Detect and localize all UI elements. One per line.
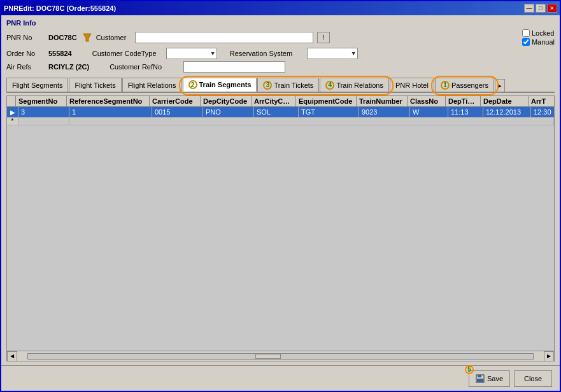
tab-flight-tickets[interactable]: Flight Tickets [69,78,121,92]
pnr-info-section: PNR Info PNR No DOC78C Customer ! [6,19,555,73]
titlebar-buttons: — □ ✕ [524,4,557,13]
cell-ref-segment-no: 1 [69,107,152,117]
close-label: Close [524,375,542,382]
tab-badge-passengers: 1 [441,81,450,90]
customer-code-type-label: Customer CodeType [92,50,162,57]
col-header-arr-city-code: ArrCityCode [252,96,296,106]
cell-arr-city-code: SOL [254,107,299,117]
svg-marker-0 [83,34,91,41]
cell-carrier-code: 0015 [152,107,203,117]
tabs-container: Flight Segments Flight Tickets Flight Re… [6,78,555,93]
manual-checkbox[interactable] [522,38,530,46]
content-area: PNR Info PNR No DOC78C Customer ! [1,15,560,365]
new-row-cell2 [69,118,554,125]
save-button[interactable]: Save [469,370,510,387]
tab-label-flight-segments: Flight Segments [12,81,62,89]
cell-equipment-code: TGT [299,107,359,117]
reservation-system-dropdown[interactable] [307,48,358,59]
customer-ref-no-label: Customer RefNo [110,63,180,71]
close-window-button[interactable]: ✕ [547,4,557,13]
locked-label: Locked [532,29,554,37]
col-header-class-no: ClassNo [408,96,446,106]
col-header-segment-no: SegmentNo [16,96,67,106]
air-refs-value: RCIYLZ (2C) [48,63,89,71]
scrollbar-track[interactable] [27,353,534,360]
customer-ref-no-input[interactable] [183,61,285,73]
tab-badge-train-relations: 4 [325,81,334,90]
tab-flight-segments[interactable]: Flight Segments [6,78,68,92]
save-badge: 5 [465,365,474,374]
order-no-value: 555824 [48,50,72,57]
grid-body[interactable]: ▶ 3 1 0015 PNO SOL TGT 9023 W 11:13 12.1… [7,107,554,351]
form-row-2: Order No 555824 Customer CodeType ▼ Rese… [6,48,555,59]
scroll-right-button[interactable]: ▶ [544,351,554,361]
tab-label-pnr-hotel: PNR Hotel [395,81,429,89]
tab-passengers[interactable]: 1 Passengers [435,78,494,92]
titlebar: PNREdit: DOC78C (Order:555824) — □ ✕ [1,1,560,15]
tab-label-train-tickets: Train Tickets [274,81,313,89]
minimize-button[interactable]: — [524,4,534,13]
save-label: Save [487,375,503,382]
reservation-system-dropdown-wrap: ▼ [307,48,358,59]
tab-train-relations[interactable]: 4 Train Relations [320,78,389,92]
tab-train-tickets[interactable]: 3 Train Tickets [257,78,319,92]
col-header-arr-t: ArrT [529,96,555,106]
locked-row: Locked [522,29,554,37]
cell-dep-city-code: PNO [203,107,254,117]
customer-code-type-dropdown[interactable] [166,48,217,59]
new-row-indicator: * [7,118,18,125]
order-no-label: Order No [6,50,45,57]
customer-label: Customer [96,34,131,41]
grid-header: SegmentNo ReferenceSegmentNo CarrierCode… [7,96,554,107]
main-window: PNREdit: DOC78C (Order:555824) — □ ✕ PNR… [0,0,561,392]
cell-class-no: W [410,107,448,117]
tab-flight-relations[interactable]: Flight Relations [122,78,182,92]
window-title: PNREdit: DOC78C (Order:555824) [4,4,116,12]
new-row[interactable]: * [7,118,554,125]
col-header-dep-time: DepTime [446,96,481,106]
funnel-icon [82,32,92,43]
col-header-train-number: TrainNumber [357,96,408,106]
scroll-left-button[interactable]: ◀ [7,351,17,361]
cell-arr-t: 12:30 [531,107,554,117]
bottom-bar: 5 Save Close [1,365,560,391]
tab-pnr-hotel[interactable]: PNR Hotel [390,78,434,92]
cell-segment-no: 3 [18,107,69,117]
table-row[interactable]: ▶ 3 1 0015 PNO SOL TGT 9023 W 11:13 12.1… [7,107,554,118]
customer-code-type-dropdown-wrap: ▼ [166,48,217,59]
save-icon [476,374,485,383]
tab-badge-train-segments: 2 [188,80,197,89]
maximize-button[interactable]: □ [536,4,546,13]
exclaim-button[interactable]: ! [317,32,330,43]
svg-rect-3 [477,379,483,382]
close-button[interactable]: Close [514,370,552,387]
tab-badge-train-tickets: 3 [263,81,272,90]
air-refs-label: Air Refs [6,63,45,71]
tab-train-segments[interactable]: 2 Train Segments [183,78,257,92]
row-indicator: ▶ [7,107,18,117]
col-header-indicator [7,96,16,106]
passengers-oval-group: 1 Passengers [435,78,495,92]
new-row-cell [18,118,69,125]
col-header-ref-segment-no: ReferenceSegmentNo [67,96,150,106]
svg-rect-2 [478,375,481,377]
reservation-system-label: Reservation System [230,50,303,57]
tab-label-flight-tickets: Flight Tickets [75,81,115,89]
customer-input[interactable] [135,32,313,43]
col-header-equipment-code: EquipmentCode [296,96,357,106]
oval-train-group: 2 Train Segments 3 Train Tickets 4 Train… [183,78,390,92]
scrollbar-horizontal[interactable]: ◀ ▶ [7,351,554,361]
tab-more-button[interactable]: ► [495,79,505,92]
form-rows: PNR No DOC78C Customer ! Locked [6,29,555,73]
manual-label: Manual [532,38,555,46]
col-header-dep-city-code: DepCityCode [201,96,252,106]
locked-checkbox[interactable] [522,29,530,37]
col-header-dep-date: DepDate [481,96,529,106]
form-row-1: PNR No DOC78C Customer ! Locked [6,29,555,46]
pnr-no-label: PNR No [6,34,45,41]
scrollbar-thumb[interactable] [255,354,281,359]
tab-label-train-segments: Train Segments [199,81,252,88]
pnr-no-value: DOC78C [48,34,77,41]
save-button-wrapper: 5 Save [469,370,510,387]
cell-train-number: 9023 [359,107,410,117]
